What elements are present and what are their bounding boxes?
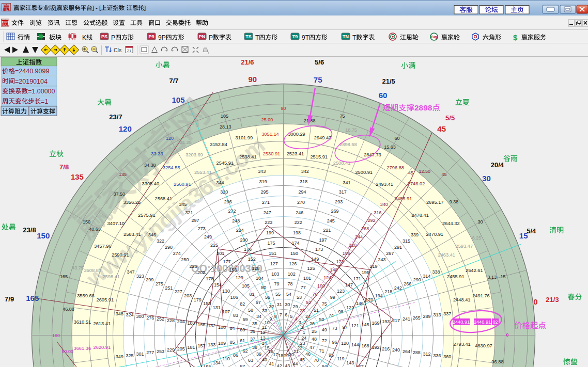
svg-text:127: 127 [270,261,278,266]
svg-text:130: 130 [222,289,230,294]
svg-text:338: 338 [432,269,440,275]
svg-text:180: 180 [52,333,60,338]
svg-text:3610.51: 3610.51 [73,320,91,325]
svg-text:2644.32: 2644.32 [442,221,460,226]
svg-text:9P: 9P [158,34,166,41]
svg-text:21/3: 21/3 [546,296,559,304]
svg-text:97: 97 [342,325,347,330]
svg-text:49: 49 [322,327,327,332]
svg-text:293: 293 [335,199,343,204]
svg-text:165: 165 [60,274,68,279]
svg-text:181: 181 [187,345,195,350]
svg-text:12.50: 12.50 [419,169,430,174]
svg-text:PN: PN [199,34,206,39]
svg-text:143: 143 [346,360,354,365]
svg-text:32: 32 [269,304,274,309]
svg-text:341: 341 [343,180,350,185]
svg-text:120: 120 [119,124,132,133]
svg-text:146: 146 [356,301,364,306]
svg-text:336: 336 [433,353,441,358]
svg-text:106: 106 [230,295,238,300]
svg-text:196: 196 [343,251,350,256]
svg-text:296: 296 [224,199,232,204]
svg-text:83: 83 [233,313,238,318]
svg-text:Cls: Cls [114,47,121,53]
svg-text:197: 197 [319,237,327,243]
svg-text:175: 175 [267,241,275,246]
svg-text:176: 176 [244,247,252,252]
svg-text:120: 120 [341,341,349,346]
svg-text:90: 90 [281,106,286,111]
svg-text:149: 149 [311,257,319,262]
svg-text:56: 56 [265,295,270,300]
svg-text:21: 21 [127,49,131,53]
svg-text:122: 122 [346,305,354,310]
svg-text:2793.41: 2793.41 [453,342,471,347]
svg-text:15: 15 [500,274,505,279]
svg-text:45: 45 [300,357,305,362]
svg-text:152: 152 [248,257,256,262]
svg-text:345: 345 [179,202,187,207]
svg-text:74: 74 [329,313,334,318]
svg-text:320: 320 [220,189,228,195]
svg-text:35: 35 [252,321,257,326]
svg-text:108: 108 [218,325,226,330]
svg-text:2485.91: 2485.91 [395,196,412,201]
svg-text:135: 135 [71,172,84,181]
svg-text:85: 85 [229,340,235,345]
svg-text:0: 0 [533,297,537,306]
svg-text:Big: Big [431,35,437,39]
svg-text:101: 101 [303,276,311,281]
svg-text:90: 90 [248,75,257,84]
svg-text:2500.91: 2500.91 [355,170,373,175]
svg-text:226: 226 [189,264,197,269]
svg-text:147: 147 [345,282,353,288]
svg-text:96: 96 [332,340,337,345]
svg-text:43.75: 43.75 [72,265,84,270]
svg-text:84: 84 [229,326,235,331]
svg-text:2575.91: 2575.91 [138,213,156,218]
svg-text:31: 31 [277,302,282,307]
svg-text:3: 3 [299,320,301,325]
svg-text:297: 297 [191,218,199,223]
svg-text:41: 41 [269,361,274,366]
svg-text:3508.81: 3508.81 [84,268,101,273]
svg-text:227: 227 [175,289,182,294]
svg-text:145: 145 [362,322,369,327]
svg-text:340: 340 [380,202,388,207]
svg-text:55: 55 [275,292,281,297]
svg-text:18.75: 18.75 [345,127,357,133]
svg-text:192: 192 [372,345,379,350]
svg-text:291: 291 [394,245,402,250]
svg-text:347: 347 [127,269,134,275]
svg-text:30: 30 [478,219,483,225]
svg-text:134: 134 [213,360,221,365]
svg-text:6: 6 [285,312,287,317]
svg-text:220: 220 [349,243,357,248]
svg-text:202: 202 [197,270,205,275]
svg-text:79: 79 [274,281,279,286]
svg-text:58: 58 [248,308,253,313]
svg-text:271: 271 [262,200,270,205]
svg-text:3101.99: 3101.99 [236,135,253,140]
svg-text:270: 270 [297,200,305,205]
svg-text:2568.41: 2568.41 [155,196,173,201]
svg-text:129: 129 [236,275,243,280]
svg-text:325: 325 [126,353,134,358]
svg-text:=2440.9099: =2440.9099 [15,68,49,75]
svg-text:2560.91: 2560.91 [174,182,191,187]
svg-text:2440.91: 2440.91 [453,320,470,325]
svg-text:349: 349 [116,354,123,359]
svg-text:107: 107 [222,309,230,314]
svg-text:273: 273 [198,226,206,231]
svg-text:5/4: 5/4 [527,227,536,235]
svg-text:123: 123 [337,289,345,294]
svg-text:128: 128 [252,266,259,271]
svg-text:154: 154 [214,282,222,288]
svg-text:250: 250 [181,257,189,262]
svg-text:60: 60 [394,136,399,141]
svg-text:299: 299 [146,277,153,282]
svg-text:217: 217 [392,318,400,323]
svg-text:144: 144 [351,342,359,347]
svg-text:150: 150 [37,231,50,240]
